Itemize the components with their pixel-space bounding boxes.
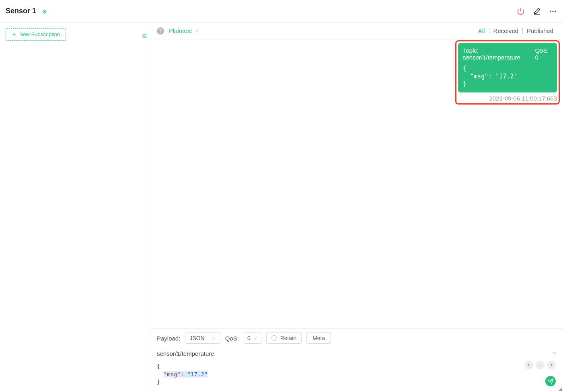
tok-key: "msg" — [164, 371, 181, 378]
tok-value: "17.2" — [187, 371, 208, 378]
tab-published[interactable]: Published — [523, 27, 557, 34]
messages-area: Topic: sensor/1/temperature QoS: 0 { "ms… — [151, 39, 563, 328]
svg-point-1 — [550, 10, 551, 12]
history-mid-button[interactable] — [536, 361, 545, 369]
connection-title: Sensor 1 — [6, 7, 36, 15]
payload-format-selector[interactable]: Plaintext — [169, 27, 199, 34]
history-next-button[interactable] — [547, 361, 556, 369]
header-actions — [516, 7, 557, 16]
history-nav — [524, 361, 556, 369]
publish-panel: Payload: JSON QoS: 0 Retain Meta — [151, 328, 563, 392]
send-button[interactable] — [545, 376, 556, 386]
retain-toggle[interactable]: Retain — [266, 332, 302, 344]
tab-received[interactable]: Received — [489, 27, 523, 34]
qos-select[interactable]: 0 — [244, 332, 261, 344]
qos-label: QoS: — [225, 335, 239, 342]
header-left: Sensor 1 — [6, 7, 49, 16]
payload-format-select[interactable]: JSON — [185, 332, 220, 344]
topic-history-dropdown[interactable] — [552, 350, 557, 357]
chevron-down-icon — [253, 336, 258, 341]
retain-label: Retain — [280, 335, 296, 341]
message-qos: QoS: 0 — [535, 47, 552, 61]
payload-format-label: Plaintext — [169, 27, 192, 34]
toolbar-right: All Received Published — [474, 27, 557, 34]
message-topic: Topic: sensor/1/temperature — [463, 47, 531, 61]
expand-down-icon[interactable] — [40, 7, 49, 16]
power-icon[interactable] — [516, 7, 525, 16]
message-bubble[interactable]: Topic: sensor/1/temperature QoS: 0 { "ms… — [458, 43, 557, 92]
topic-input[interactable] — [157, 349, 552, 359]
help-icon[interactable]: ? — [157, 27, 164, 35]
tab-all[interactable]: All — [474, 27, 489, 34]
payload-label: Payload: — [157, 335, 180, 342]
toolbar-left: ? Plaintext — [157, 27, 199, 35]
tok-brace-close: } — [157, 379, 160, 385]
edit-icon[interactable] — [532, 7, 541, 16]
highlighted-message: Topic: sensor/1/temperature QoS: 0 { "ms… — [455, 40, 560, 105]
resize-handle-icon[interactable] — [558, 387, 562, 391]
main: New Subscription ? Plaintext All Receive… — [0, 23, 563, 392]
new-subscription-button[interactable]: New Subscription — [6, 28, 66, 41]
send-icon — [548, 378, 554, 384]
svg-point-3 — [555, 10, 556, 12]
message-header: Topic: sensor/1/temperature QoS: 0 — [463, 47, 552, 61]
content: ? Plaintext All Received Published Topic… — [151, 23, 563, 392]
chevron-down-icon — [211, 336, 216, 341]
payload-editor[interactable]: { "msg": "17.2" } — [157, 363, 557, 386]
history-prev-button[interactable] — [524, 361, 533, 369]
message-payload: { "msg": "17.2" } — [463, 65, 552, 88]
svg-point-2 — [553, 10, 554, 12]
collapse-sidebar-icon[interactable] — [141, 33, 148, 41]
plus-icon — [12, 32, 16, 37]
tok-indent — [157, 371, 164, 378]
header-bar: Sensor 1 — [0, 0, 563, 23]
more-icon[interactable] — [549, 7, 557, 16]
meta-button[interactable]: Meta — [306, 332, 331, 344]
tok-brace-open: { — [157, 363, 160, 369]
message-timestamp: 2022-09-06 11:00:17:663 — [458, 95, 557, 102]
subscriptions-sidebar: New Subscription — [0, 23, 151, 392]
message-toolbar: ? Plaintext All Received Published — [151, 23, 563, 39]
topic-row — [157, 349, 557, 361]
payload-format-value: JSON — [189, 335, 204, 341]
radio-icon — [271, 335, 277, 341]
tok-colon: : — [181, 371, 187, 378]
publish-options-row: Payload: JSON QoS: 0 Retain Meta — [157, 332, 557, 344]
qos-value: 0 — [247, 335, 251, 341]
chevron-down-icon — [195, 29, 199, 33]
new-subscription-label: New Subscription — [19, 31, 60, 37]
